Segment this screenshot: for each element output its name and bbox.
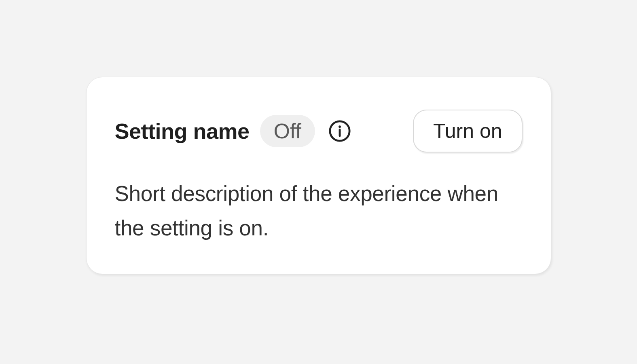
setting-description: Short description of the experience when… bbox=[115, 177, 523, 245]
info-icon[interactable] bbox=[328, 119, 351, 143]
svg-point-1 bbox=[339, 125, 341, 128]
status-badge: Off bbox=[260, 115, 315, 147]
setting-card: Setting name Off Turn on Short descripti… bbox=[86, 77, 551, 274]
turn-on-button[interactable]: Turn on bbox=[413, 110, 522, 152]
setting-title: Setting name bbox=[115, 119, 250, 144]
setting-header-row: Setting name Off Turn on bbox=[115, 110, 523, 152]
